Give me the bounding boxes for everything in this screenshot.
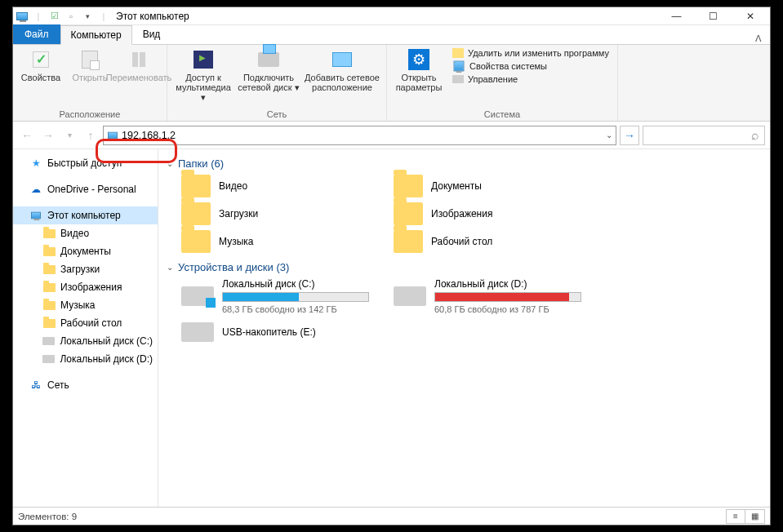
nav-onedrive[interactable]: ☁OneDrive - Personal xyxy=(13,180,158,198)
folder-music[interactable]: Музыка xyxy=(181,230,385,253)
drive-d-bar xyxy=(434,292,581,302)
drive-c-bar xyxy=(222,292,369,302)
explorer-window: | ☑ ▫ ▾ | Этот компьютер — ☐ ✕ Файл Комп… xyxy=(12,7,771,525)
tab-computer[interactable]: Компьютер xyxy=(60,25,132,45)
system-properties-button[interactable]: Свойства системы xyxy=(452,60,609,73)
view-large-button[interactable]: ▦ xyxy=(745,509,765,524)
maximize-button[interactable]: ☐ xyxy=(695,7,732,24)
folder-documents[interactable]: Документы xyxy=(394,175,598,197)
nav-drive-d[interactable]: Локальный диск (D:) xyxy=(13,350,158,368)
section-drives[interactable]: ⌄Устройства и диски (3) xyxy=(167,261,762,273)
folder-desktop[interactable]: Рабочий стол xyxy=(394,230,598,253)
address-input[interactable] xyxy=(122,130,603,141)
drive-d-label: Локальный диск (D:) xyxy=(434,278,581,290)
qat-separator: | xyxy=(31,9,46,24)
address-pc-icon xyxy=(108,131,118,139)
open-settings-button[interactable]: ⚙ Открыть параметры xyxy=(392,47,446,92)
content-pane: ⌄Папки (6) Видео Документы Загрузки Изоб… xyxy=(158,149,770,507)
drive-d-icon xyxy=(394,286,426,306)
section-folders[interactable]: ⌄Папки (6) xyxy=(167,157,762,170)
nav-quick-access[interactable]: ★Быстрый доступ xyxy=(13,154,158,172)
close-button[interactable]: ✕ xyxy=(732,7,768,24)
address-dropdown[interactable]: ⌄ xyxy=(606,131,612,140)
add-network-location-button[interactable]: Добавить сетевое расположение xyxy=(303,47,381,92)
folder-images[interactable]: Изображения xyxy=(394,202,598,225)
rename-button[interactable]: Переименовать xyxy=(116,47,162,82)
uninstall-program-button[interactable]: Удалить или изменить программу xyxy=(452,48,609,58)
drive-e-icon xyxy=(181,322,214,342)
qat-dropdown[interactable]: ▾ xyxy=(80,9,95,24)
minimize-button[interactable]: — xyxy=(658,7,695,24)
tab-view[interactable]: Вид xyxy=(132,24,171,44)
status-bar: Элементов: 9 ≡ ▦ xyxy=(13,507,770,525)
media-access-button[interactable]: Доступ к мультимедиа ▾ xyxy=(172,47,234,102)
nav-images[interactable]: Изображения xyxy=(13,278,158,296)
search-icon: ⌕ xyxy=(751,128,759,143)
address-bar[interactable]: ⌄ xyxy=(103,126,616,145)
nav-video[interactable]: Видео xyxy=(13,224,158,242)
map-network-drive-button[interactable]: Подключить сетевой диск ▾ xyxy=(238,47,300,92)
search-box[interactable]: ⌕ xyxy=(643,126,765,145)
group-label-system: Система xyxy=(484,109,520,121)
qat-separator: | xyxy=(96,9,111,24)
forward-button[interactable]: → xyxy=(39,126,57,144)
tab-file[interactable]: Файл xyxy=(13,24,60,44)
folder-downloads[interactable]: Загрузки xyxy=(181,202,385,225)
nav-documents[interactable]: Документы xyxy=(13,242,158,260)
manage-button[interactable]: Управление xyxy=(452,74,609,84)
drive-e-label: USB-накопитель (E:) xyxy=(222,326,316,338)
titlebar: | ☑ ▫ ▾ | Этот компьютер — ☐ ✕ xyxy=(13,7,770,25)
group-label-location: Расположение xyxy=(60,109,121,121)
properties-button[interactable]: Свойства xyxy=(18,47,64,82)
drive-c[interactable]: Локальный диск (C:) 68,3 ГБ свободно из … xyxy=(181,278,385,314)
folder-video[interactable]: Видео xyxy=(181,175,385,197)
drive-c-label: Локальный диск (C:) xyxy=(222,278,369,290)
address-row: ← → ▾ ↑ ⌄ → ⌕ xyxy=(13,122,770,149)
view-details-button[interactable]: ≡ xyxy=(726,509,745,524)
qat-new-icon[interactable]: ▫ xyxy=(64,9,78,24)
drive-c-free: 68,3 ГБ свободно из 142 ГБ xyxy=(222,304,369,314)
nav-drive-c[interactable]: Локальный диск (C:) xyxy=(13,332,158,350)
ribbon: Свойства Открыть Переименовать Расположе… xyxy=(13,45,770,122)
ribbon-tabs: Файл Компьютер Вид ᐱ xyxy=(13,25,770,45)
nav-music[interactable]: Музыка xyxy=(13,296,158,314)
app-icon xyxy=(15,9,29,24)
go-button[interactable]: → xyxy=(620,126,639,145)
nav-downloads[interactable]: Загрузки xyxy=(13,260,158,278)
drive-c-icon xyxy=(181,286,214,306)
qat-properties-icon[interactable]: ☑ xyxy=(47,9,62,24)
drive-e[interactable]: USB-накопитель (E:) xyxy=(181,322,385,342)
drive-d[interactable]: Локальный диск (D:) 60,8 ГБ свободно из … xyxy=(394,278,606,314)
up-button[interactable]: ↑ xyxy=(82,126,100,144)
nav-this-pc[interactable]: Этот компьютер xyxy=(13,206,158,224)
nav-desktop[interactable]: Рабочий стол xyxy=(13,314,158,332)
recent-dropdown[interactable]: ▾ xyxy=(60,126,78,144)
back-button[interactable]: ← xyxy=(18,126,36,144)
group-label-network: Сеть xyxy=(267,109,287,121)
window-title: Этот компьютер xyxy=(116,11,189,22)
nav-network[interactable]: 🖧Сеть xyxy=(13,376,158,394)
nav-pane: ★Быстрый доступ ☁OneDrive - Personal Это… xyxy=(13,149,158,507)
status-count: Элементов: 9 xyxy=(18,512,77,521)
drive-d-free: 60,8 ГБ свободно из 787 ГБ xyxy=(434,304,581,314)
ribbon-collapse-button[interactable]: ᐱ xyxy=(747,33,770,44)
